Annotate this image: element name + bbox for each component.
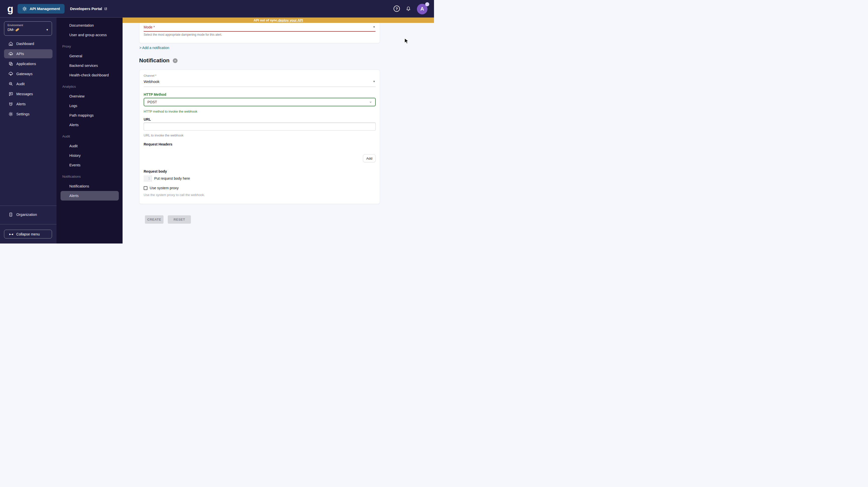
subnav-item-notification-alerts[interactable]: Alerts (61, 191, 119, 201)
request-headers-label: Request Headers (144, 142, 376, 146)
sidebar-item-settings[interactable]: Settings (4, 110, 53, 119)
subnav-item-backend-services[interactable]: Backend services (61, 61, 119, 70)
primary-sidebar: Environment DM- ▼ Dashboard A (0, 18, 57, 243)
request-body-label: Request body (144, 170, 376, 173)
dampening-mode-card: Mode * ▼ Select the most appropriate dam… (139, 23, 380, 43)
external-link-icon (104, 7, 107, 10)
subnav-item-documentation[interactable]: Documentation (61, 21, 119, 30)
gravitee-logo: g (4, 0, 16, 18)
chevron-down-icon[interactable]: ▼ (373, 80, 375, 83)
collapse-icon: ▶◀ (9, 233, 13, 236)
sidebar-item-label: Gateways (16, 72, 32, 76)
sidebar-divider (0, 206, 57, 206)
banner-text: API out of sync, (254, 18, 278, 22)
subnav-item-audit[interactable]: Audit (61, 141, 119, 151)
subnav-header-audit: Audit (57, 132, 123, 141)
subnav-item-logs[interactable]: Logs (61, 101, 119, 111)
notification-section-title: Notification (139, 57, 169, 64)
editor-line-number: 1 (144, 175, 152, 182)
mode-field-label: Mode * (144, 25, 155, 29)
reset-button[interactable]: RESET (168, 215, 191, 224)
sidebar-item-applications[interactable]: Applications (4, 59, 53, 68)
baguette-emoji (15, 28, 20, 31)
search-check-icon (8, 82, 13, 86)
mode-field-underline (144, 31, 375, 32)
api-management-button[interactable]: API Management (18, 4, 65, 13)
add-notification-link[interactable]: > Add a notification (140, 46, 169, 50)
add-header-button[interactable]: Add (363, 154, 376, 162)
sidebar-item-label: Settings (16, 112, 29, 116)
alarm-clock-icon (8, 101, 13, 106)
subnav-item-path-mappings[interactable]: Path mappings (61, 111, 119, 120)
notifications-bell-icon[interactable] (405, 6, 411, 12)
subnav-item-user-group-access[interactable]: User and group access (61, 30, 119, 40)
sidebar-item-messages[interactable]: Messages (4, 89, 53, 98)
sidebar-item-label: Organization (16, 213, 37, 217)
editor-content: Put request body here (152, 175, 190, 182)
sidebar-item-label: Applications (16, 62, 36, 66)
api-subnav: Documentation User and group access Prox… (57, 18, 123, 243)
environment-value: DM- (7, 28, 14, 32)
sidebar-item-label: APIs (16, 52, 24, 56)
channel-field-label: Channel * (144, 74, 376, 77)
topbar-actions: ? A (394, 3, 429, 14)
notification-form-card: Channel * Webhook ▼ HTTP Method POST HTT… (139, 70, 380, 204)
url-input[interactable] (144, 122, 376, 131)
request-body-editor[interactable]: 1 Put request body here (144, 175, 376, 182)
subnav-item-overview[interactable]: Overview (61, 91, 119, 101)
chevron-down-icon (369, 100, 372, 104)
http-method-label: HTTP Method (144, 92, 376, 96)
avatar-status-badge (425, 2, 429, 6)
main-content: Mode * ▼ Select the most appropriate dam… (123, 23, 434, 243)
applications-copy-icon (8, 61, 13, 66)
deploy-your-api-link[interactable]: deploy your API (278, 18, 303, 22)
sidebar-item-gateways[interactable]: Gateways (4, 69, 53, 79)
top-bar: g API Management Developers Portal ? (0, 0, 434, 18)
primary-nav: Dashboard APIs Applications (0, 39, 57, 120)
sidebar-item-organization[interactable]: Organization (4, 210, 53, 219)
http-method-hint: HTTP method to invoke the webhook (144, 110, 376, 113)
sidebar-item-alerts[interactable]: Alerts (4, 99, 53, 109)
developers-portal-label: Developers Portal (70, 6, 102, 11)
create-button[interactable]: CREATE (145, 215, 163, 224)
gear-gauge-icon (22, 6, 27, 11)
url-field-hint: URL to invoke the webhook (144, 133, 376, 137)
api-out-of-sync-banner: API out of sync, deploy your API (123, 18, 434, 23)
collapse-menu-button[interactable]: ▶◀ Collapse menu (4, 230, 52, 239)
sidebar-item-label: Alerts (16, 102, 26, 106)
subnav-item-analytics-alerts[interactable]: Alerts (61, 120, 119, 130)
developers-portal-link[interactable]: Developers Portal (70, 6, 108, 11)
close-icon[interactable]: ✕ (173, 58, 178, 63)
subnav-header-analytics: Analytics (57, 82, 123, 91)
subnav-item-general[interactable]: General (61, 51, 119, 61)
use-system-proxy-checkbox[interactable] (144, 186, 148, 190)
sidebar-item-label: Messages (16, 92, 33, 96)
sidebar-item-audit[interactable]: Audit (4, 80, 53, 88)
channel-field-underline (144, 86, 376, 87)
environment-selector[interactable]: Environment DM- ▼ (4, 21, 52, 36)
http-method-value: POST (148, 100, 157, 104)
home-icon (8, 41, 13, 46)
sidebar-item-dashboard[interactable]: Dashboard (4, 39, 53, 48)
mode-field-hint: Select the most appropriate dampening mo… (144, 33, 222, 36)
sidebar-item-apis[interactable]: APIs (4, 49, 53, 58)
subnav-item-history[interactable]: History (61, 151, 119, 160)
chat-bubble-icon (8, 91, 13, 96)
system-proxy-hint: Use the system proxy to call the webhook… (144, 193, 376, 197)
cloud-upload-icon (8, 51, 13, 56)
subnav-item-health-check-dashboard[interactable]: Health-check dashboard (61, 70, 119, 80)
channel-select[interactable]: Webhook (144, 80, 376, 84)
cloud-download-icon (8, 71, 13, 77)
help-icon[interactable]: ? (394, 5, 400, 12)
chevron-down-icon[interactable]: ▼ (373, 25, 375, 28)
organization-icon (8, 212, 13, 217)
user-avatar[interactable]: A (417, 3, 429, 14)
subnav-item-events[interactable]: Events (61, 160, 119, 170)
http-method-select[interactable]: POST (144, 98, 376, 106)
subnav-header-notifications: Notifications (57, 172, 123, 181)
collapse-menu-label: Collapse menu (16, 232, 40, 236)
use-system-proxy-label: Use system proxy (150, 186, 179, 190)
subnav-item-notifications[interactable]: Notifications (61, 181, 119, 191)
environment-label: Environment (7, 24, 49, 27)
api-management-label: API Management (30, 6, 60, 11)
